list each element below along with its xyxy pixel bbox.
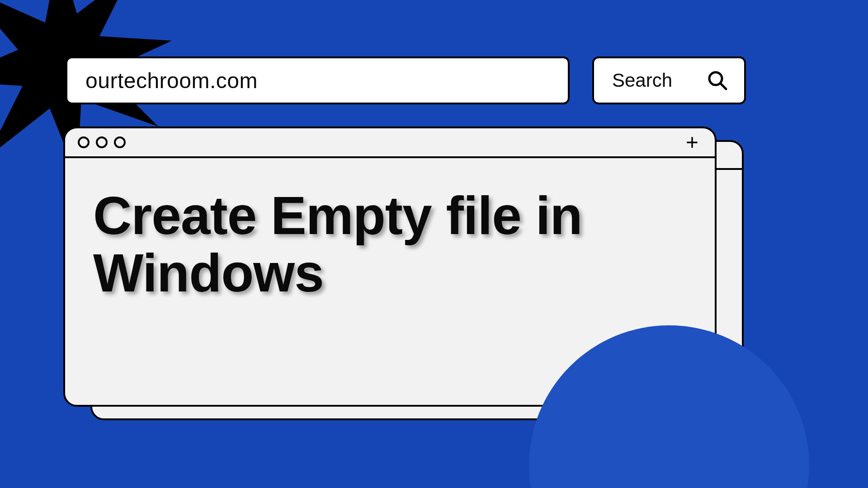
window-control-minimize[interactable] — [96, 136, 108, 148]
page-title: Create Empty file in Windows — [93, 187, 697, 302]
svg-line-2 — [721, 84, 726, 89]
window-control-maximize[interactable] — [114, 136, 126, 148]
address-bar[interactable]: ourtechroom.com — [66, 56, 570, 104]
address-url: ourtechroom.com — [85, 68, 258, 93]
search-label: Search — [612, 70, 672, 91]
search-icon — [707, 70, 728, 91]
plus-icon[interactable]: + — [686, 131, 698, 153]
window-control-close[interactable] — [78, 136, 90, 148]
search-bar[interactable]: Search — [592, 56, 746, 104]
window-titlebar: + — [65, 128, 715, 158]
window-controls — [78, 136, 126, 148]
